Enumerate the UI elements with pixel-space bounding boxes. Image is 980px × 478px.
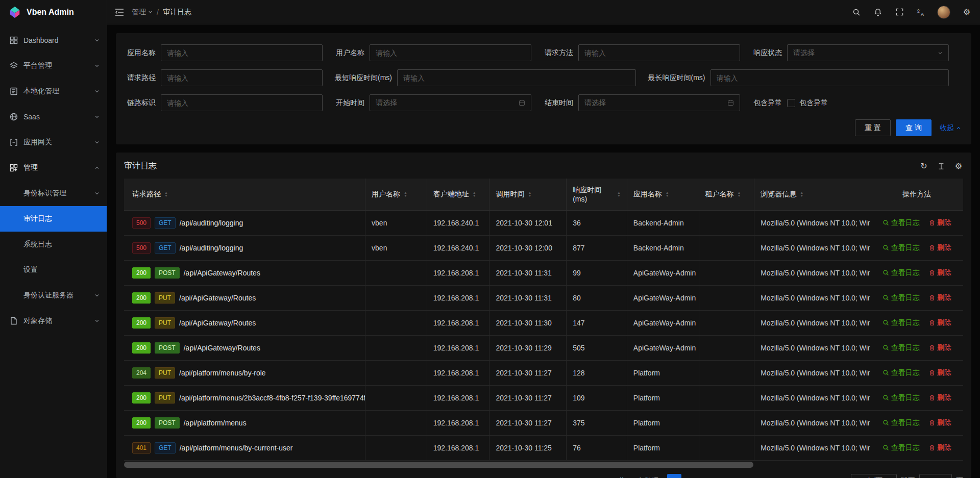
sidebar-item-platform[interactable]: 平台管理 <box>0 53 107 79</box>
column-header-tenant[interactable]: 租户名称▲▼ <box>699 179 754 211</box>
page-button-7[interactable]: 7 <box>777 474 792 478</box>
sort-carets-icon[interactable]: ▲▼ <box>738 191 741 197</box>
column-settings-gear-icon[interactable]: ⚙ <box>954 162 963 171</box>
sidebar-item-dashboard[interactable]: Dashboard <box>0 28 107 53</box>
sort-carets-icon[interactable]: ▲▼ <box>164 191 168 197</box>
table-row: 200PUT/api/ApiGateway/Routes192.168.208.… <box>124 311 963 336</box>
jump-page-input[interactable] <box>919 474 952 478</box>
sidebar-item-saas[interactable]: Saas <box>0 104 107 130</box>
delete-button[interactable]: 删除 <box>929 218 951 228</box>
status-badge: 500 <box>132 217 151 229</box>
cell-actions: 查看日志删除 <box>870 311 963 336</box>
view-log-button[interactable]: 查看日志 <box>883 243 920 253</box>
sort-carets-icon[interactable]: ▲▼ <box>617 191 621 197</box>
delete-button[interactable]: 删除 <box>929 268 951 278</box>
page-button-9[interactable]: 9 <box>814 474 828 478</box>
sort-carets-icon[interactable]: ▲▼ <box>800 191 803 197</box>
view-log-button[interactable]: 查看日志 <box>883 393 920 402</box>
sort-carets-icon[interactable]: ▲▼ <box>404 191 407 197</box>
delete-button[interactable]: 删除 <box>929 243 951 253</box>
search-icon[interactable] <box>851 7 862 17</box>
breadcrumb-item-manage[interactable]: 管理 <box>132 8 153 17</box>
request-method-input[interactable] <box>578 44 740 61</box>
response-status-select[interactable]: 请选择 <box>787 44 949 61</box>
sidebar-item-manage[interactable]: 管理 <box>0 155 107 181</box>
app-logo[interactable]: Vben Admin <box>0 0 107 24</box>
sidebar-item-gateway[interactable]: 应用网关 <box>0 130 107 155</box>
delete-button[interactable]: 删除 <box>929 418 951 427</box>
column-header-time[interactable]: 调用时间▲▼ <box>489 179 567 211</box>
filter-label: 链路标识 <box>126 98 156 108</box>
language-translate-icon[interactable]: 文A <box>916 7 926 17</box>
sidebar-item-audit-log[interactable]: 审计日志 <box>0 206 107 232</box>
column-header-browser[interactable]: 浏览器信息▲▼ <box>754 179 870 211</box>
notification-bell-icon[interactable] <box>873 7 883 17</box>
page-button-2[interactable]: 2 <box>685 474 700 478</box>
localization-icon <box>9 87 18 96</box>
column-header-client[interactable]: 客户端地址▲▼ <box>427 179 489 211</box>
delete-button[interactable]: 删除 <box>929 443 951 452</box>
horizontal-scrollbar[interactable] <box>124 462 963 468</box>
sidebar-item-identity[interactable]: 身份标识管理 <box>0 181 107 206</box>
settings-gear-icon[interactable]: ⚙ <box>962 7 972 17</box>
delete-button[interactable]: 删除 <box>929 318 951 328</box>
end-time-picker[interactable]: 请选择 <box>578 94 740 111</box>
row-height-icon[interactable] <box>937 162 946 171</box>
next-page-button[interactable] <box>832 474 847 478</box>
include-exception-checkbox[interactable] <box>787 99 795 107</box>
view-log-button[interactable]: 查看日志 <box>883 268 920 278</box>
min-response-time-input[interactable] <box>397 69 636 86</box>
page-button-6[interactable]: 6 <box>759 474 773 478</box>
user-name-input[interactable] <box>370 44 531 61</box>
cell-request-path: 200POST/api/ApiGateway/Routes <box>124 261 365 286</box>
sidebar-item-object-storage[interactable]: 对象存储 <box>0 308 107 334</box>
menu-fold-icon[interactable] <box>115 9 124 16</box>
column-header-user[interactable]: 用户名称▲▼ <box>365 179 427 211</box>
column-header-path[interactable]: 请求路径▲▼ <box>124 179 365 211</box>
view-log-button[interactable]: 查看日志 <box>883 293 920 303</box>
view-log-button[interactable]: 查看日志 <box>883 418 920 427</box>
page-button-1[interactable]: 1 <box>667 474 681 478</box>
reset-button[interactable]: 重 置 <box>855 119 891 136</box>
sort-carets-icon[interactable]: ▲▼ <box>473 191 476 197</box>
view-log-button[interactable]: 查看日志 <box>883 343 920 353</box>
max-response-time-input[interactable] <box>710 69 949 86</box>
request-path-input[interactable] <box>161 69 323 86</box>
column-header-duration[interactable]: 响应时间(ms)▲▼ <box>567 179 627 211</box>
magnifier-icon <box>883 369 889 376</box>
user-avatar[interactable] <box>937 6 950 19</box>
fullscreen-icon[interactable] <box>894 7 904 17</box>
page-button-3[interactable]: 3 <box>704 474 718 478</box>
page-size-select[interactable]: 10 条/页 <box>851 474 897 478</box>
app-name-input[interactable] <box>161 44 323 61</box>
cell-browser: Mozilla/5.0 (Windows NT 10.0; Win <box>754 411 870 436</box>
scrollbar-thumb[interactable] <box>124 462 753 468</box>
view-log-button[interactable]: 查看日志 <box>883 368 920 378</box>
search-filter-panel: 应用名称 用户名称 请求方法 响应状态 请选择 <box>116 33 971 144</box>
sort-carets-icon[interactable]: ▲▼ <box>528 191 531 197</box>
delete-button[interactable]: 删除 <box>929 343 951 353</box>
sidebar-item-auth-server[interactable]: 身份认证服务器 <box>0 283 107 308</box>
start-time-picker[interactable]: 请选择 <box>370 94 531 111</box>
sort-carets-icon[interactable]: ▲▼ <box>666 191 669 197</box>
collapse-toggle[interactable]: 收起 <box>940 123 961 133</box>
sidebar-item-system-log[interactable]: 系统日志 <box>0 232 107 257</box>
breadcrumb-item-current: 审计日志 <box>163 8 191 17</box>
trash-icon <box>929 219 935 226</box>
trace-id-input[interactable] <box>161 94 323 111</box>
table-title: 审计日志 <box>124 161 157 171</box>
column-header-app[interactable]: 应用名称▲▼ <box>627 179 699 211</box>
page-button-8[interactable]: 8 <box>796 474 810 478</box>
view-log-button[interactable]: 查看日志 <box>883 218 920 228</box>
sidebar-item-settings[interactable]: 设置 <box>0 257 107 283</box>
query-button[interactable]: 查 询 <box>896 119 932 136</box>
view-log-button[interactable]: 查看日志 <box>883 443 920 452</box>
view-log-button[interactable]: 查看日志 <box>883 318 920 328</box>
delete-button[interactable]: 删除 <box>929 393 951 402</box>
sidebar-item-localization[interactable]: 本地化管理 <box>0 79 107 104</box>
delete-button[interactable]: 删除 <box>929 293 951 303</box>
delete-button[interactable]: 删除 <box>929 368 951 378</box>
refresh-icon[interactable]: ↻ <box>919 162 928 171</box>
page-button-5[interactable]: 5 <box>741 474 755 478</box>
page-button-4[interactable]: 4 <box>722 474 737 478</box>
